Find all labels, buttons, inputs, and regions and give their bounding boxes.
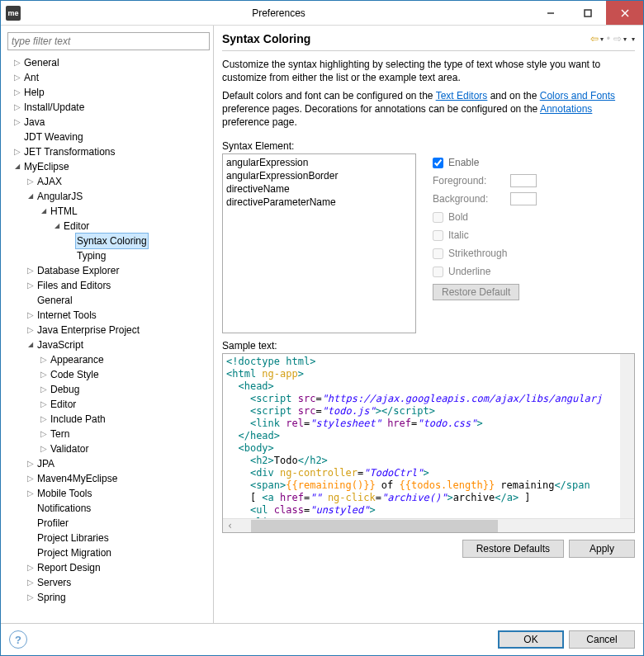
chevron-right-icon[interactable]: ▷	[26, 278, 36, 293]
chevron-right-icon[interactable]: ▷	[26, 174, 36, 189]
sample-horizontal-scrollbar[interactable]: ‹	[223, 518, 634, 532]
tree-item[interactable]: ◢JavaScript	[7, 337, 210, 352]
tree-item[interactable]: General	[7, 293, 210, 308]
tree-item[interactable]: Typing	[7, 248, 210, 263]
tree-item[interactable]: ◢AngularJS	[7, 189, 210, 204]
preferences-tree[interactable]: ▷General▷Ant▷Help▷Install/Update▷JavaJDT…	[7, 55, 210, 616]
chevron-down-icon[interactable]: ◢	[26, 189, 36, 204]
chevron-right-icon[interactable]: ▷	[39, 412, 49, 427]
filter-input[interactable]	[7, 32, 210, 50]
minimize-button[interactable]	[532, 1, 569, 25]
list-item[interactable]: directiveName	[226, 182, 412, 196]
help-icon[interactable]: ?	[9, 630, 27, 649]
tree-item[interactable]: ▷Spring	[7, 590, 210, 605]
tree-item[interactable]: ▷AJAX	[7, 174, 210, 189]
tree-item[interactable]: ▷General	[7, 55, 210, 70]
tree-item[interactable]: Project Migration	[7, 545, 210, 560]
tree-item[interactable]: ▷JET Transformations	[7, 144, 210, 159]
foreground-swatch[interactable]	[510, 174, 537, 187]
text-editors-link[interactable]: Text Editors	[436, 90, 488, 101]
tree-item[interactable]: ◢MyEclipse	[7, 159, 210, 174]
chevron-right-icon[interactable]: ▷	[39, 352, 49, 367]
tree-item[interactable]: ▷Include Path	[7, 412, 210, 427]
apply-button[interactable]: Apply	[569, 540, 635, 558]
tree-item[interactable]: ▷Ant	[7, 70, 210, 85]
chevron-down-icon[interactable]: ◢	[39, 204, 49, 219]
tree-item[interactable]: ▷Java Enterprise Project	[7, 323, 210, 337]
tree-item[interactable]: Notifications	[7, 501, 210, 516]
chevron-right-icon[interactable]: ▷	[39, 427, 49, 441]
bold-checkbox[interactable]	[433, 212, 443, 223]
tree-item[interactable]: ◢Editor	[7, 219, 210, 234]
restore-defaults-button[interactable]: Restore Defaults	[462, 540, 564, 558]
tree-item[interactable]: ▷Report Design	[7, 560, 210, 575]
chevron-right-icon[interactable]: ▷	[12, 100, 22, 115]
chevron-down-icon[interactable]: ◢	[12, 159, 22, 174]
syntax-element-list[interactable]: angularExpressionangularExpressionBorder…	[222, 153, 416, 333]
background-swatch[interactable]	[510, 192, 537, 205]
chevron-right-icon[interactable]: ▷	[12, 115, 22, 130]
tree-item-label: Help	[22, 85, 46, 100]
list-item[interactable]: angularExpressionBorder	[226, 169, 412, 182]
tree-item[interactable]: Project Libraries	[7, 531, 210, 545]
chevron-right-icon[interactable]: ▷	[26, 560, 36, 575]
tree-item[interactable]: ▷Maven4MyEclipse	[7, 471, 210, 486]
tree-item[interactable]: ▷Appearance	[7, 352, 210, 367]
tree-item[interactable]: ▷Tern	[7, 427, 210, 441]
chevron-right-icon[interactable]: ▷	[12, 70, 22, 85]
tree-item[interactable]: ◢HTML	[7, 204, 210, 219]
enable-checkbox[interactable]	[433, 158, 443, 168]
chevron-down-icon[interactable]: ◢	[26, 337, 36, 352]
chevron-right-icon[interactable]: ▷	[26, 308, 36, 323]
nav-forward-button[interactable]: ⇨▾	[613, 33, 627, 45]
tree-item[interactable]: ▷Internet Tools	[7, 308, 210, 323]
chevron-right-icon[interactable]: ▷	[26, 471, 36, 486]
tree-item[interactable]: ▷Editor	[7, 397, 210, 412]
tree-item[interactable]: JDT Weaving	[7, 130, 210, 144]
chevron-right-icon[interactable]: ▷	[12, 85, 22, 100]
nav-menu-button[interactable]: ▾	[632, 35, 635, 43]
chevron-right-icon[interactable]: ▷	[26, 486, 36, 501]
chevron-right-icon[interactable]: ▷	[26, 456, 36, 471]
chevron-right-icon[interactable]: ▷	[39, 382, 49, 397]
cancel-button[interactable]: Cancel	[569, 630, 635, 649]
chevron-right-icon[interactable]: ▷	[26, 263, 36, 278]
sample-text-box[interactable]: <!doctype html> <html ng-app> <head> <sc…	[222, 353, 635, 533]
tree-item[interactable]: ▷Files and Editors	[7, 278, 210, 293]
tree-item[interactable]: Profiler	[7, 516, 210, 531]
tree-item[interactable]: ▷Help	[7, 85, 210, 100]
chevron-right-icon[interactable]: ▷	[26, 575, 36, 590]
tree-item[interactable]: ▷Install/Update	[7, 100, 210, 115]
maximize-button[interactable]	[569, 1, 606, 25]
nav-back-button[interactable]: ⇦▾	[590, 33, 604, 45]
titlebar: me Preferences	[1, 1, 643, 26]
tree-item[interactable]: ▷JPA	[7, 456, 210, 471]
tree-item[interactable]: ▷Database Explorer	[7, 263, 210, 278]
colors-fonts-link[interactable]: Colors and Fonts	[540, 90, 615, 101]
chevron-right-icon[interactable]: ▷	[39, 441, 49, 456]
chevron-right-icon[interactable]: ▷	[39, 397, 49, 412]
tree-item[interactable]: ▷Mobile Tools	[7, 486, 210, 501]
tree-item[interactable]: ▷Code Style	[7, 367, 210, 382]
italic-checkbox[interactable]	[433, 230, 443, 241]
underline-checkbox[interactable]	[433, 267, 443, 277]
ok-button[interactable]: OK	[498, 630, 564, 649]
chevron-right-icon[interactable]: ▷	[12, 55, 22, 70]
tree-item[interactable]: ▷Servers	[7, 575, 210, 590]
annotations-link[interactable]: Annotations	[540, 103, 592, 115]
tree-item[interactable]: ▷Validator	[7, 441, 210, 456]
tree-item[interactable]: Syntax Coloring	[7, 234, 210, 248]
chevron-right-icon[interactable]: ▷	[12, 144, 22, 159]
chevron-right-icon[interactable]: ▷	[26, 323, 36, 337]
sample-vertical-scrollbar[interactable]	[620, 354, 634, 518]
strikethrough-checkbox[interactable]	[433, 248, 443, 259]
tree-item[interactable]: ▷Java	[7, 115, 210, 130]
chevron-right-icon[interactable]: ▷	[39, 367, 49, 382]
chevron-down-icon[interactable]: ◢	[52, 219, 62, 234]
list-item[interactable]: directiveParameterName	[226, 196, 412, 209]
restore-default-button[interactable]: Restore Default	[433, 284, 519, 300]
tree-item[interactable]: ▷Debug	[7, 382, 210, 397]
close-button[interactable]	[606, 1, 643, 25]
list-item[interactable]: angularExpression	[226, 156, 412, 169]
chevron-right-icon[interactable]: ▷	[26, 590, 36, 605]
